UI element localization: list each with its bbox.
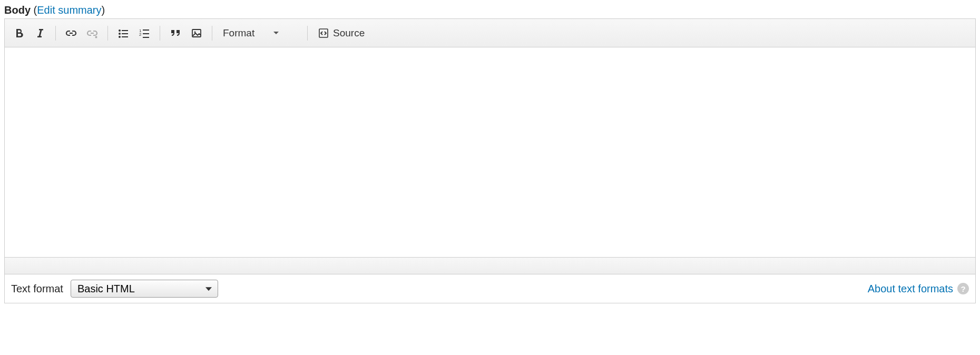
chevron-down-icon xyxy=(273,32,279,34)
image-button[interactable] xyxy=(187,23,207,43)
help-icon[interactable]: ? xyxy=(957,283,969,294)
unlink-icon xyxy=(86,27,98,39)
text-format-right: About text formats ? xyxy=(868,283,969,295)
body-label-text: Body xyxy=(4,4,31,16)
toolbar-separator xyxy=(307,26,308,41)
toolbar-separator xyxy=(55,26,56,41)
unlink-button[interactable] xyxy=(82,23,102,43)
svg-rect-8 xyxy=(143,29,149,31)
toolbar-separator xyxy=(107,26,108,41)
text-format-left: Text format Basic HTML xyxy=(11,280,218,298)
toolbar-separator xyxy=(212,26,212,41)
paren-close: ) xyxy=(101,4,105,16)
svg-point-2 xyxy=(119,36,121,38)
blockquote-icon xyxy=(170,28,181,38)
bullet-list-icon xyxy=(118,28,129,38)
svg-text:2: 2 xyxy=(139,32,142,37)
svg-rect-9 xyxy=(143,33,149,34)
svg-rect-10 xyxy=(143,37,149,38)
format-dropdown[interactable]: Format xyxy=(218,23,302,43)
editor-status-bar xyxy=(5,257,975,274)
svg-point-12 xyxy=(194,31,196,33)
editor-toolbar: 12 Format Source xyxy=(5,19,975,47)
editor-wrapper: 12 Format Source Text format Basic HTML xyxy=(4,18,976,303)
body-field-label: Body (Edit summary) xyxy=(4,4,976,16)
text-format-label: Text format xyxy=(11,283,63,295)
blockquote-button[interactable] xyxy=(165,23,185,43)
bold-button[interactable] xyxy=(9,23,29,43)
svg-rect-4 xyxy=(122,33,128,34)
svg-rect-11 xyxy=(192,29,201,37)
text-format-select[interactable]: Basic HTML xyxy=(71,280,218,298)
source-button[interactable]: Source xyxy=(313,23,370,43)
bullet-list-button[interactable] xyxy=(113,23,133,43)
numbered-list-icon: 12 xyxy=(139,28,150,38)
svg-rect-3 xyxy=(122,30,128,31)
numbered-list-button[interactable]: 12 xyxy=(134,23,154,43)
text-format-select-wrap: Basic HTML xyxy=(71,280,218,298)
svg-point-1 xyxy=(119,33,121,35)
italic-button[interactable] xyxy=(30,23,50,43)
italic-icon xyxy=(35,28,45,38)
edit-summary-link[interactable]: Edit summary xyxy=(37,4,101,16)
image-icon xyxy=(191,28,202,38)
source-button-label: Source xyxy=(333,27,365,39)
link-button[interactable] xyxy=(61,23,81,43)
bold-icon xyxy=(14,28,24,38)
link-icon xyxy=(65,27,77,39)
text-format-row: Text format Basic HTML About text format… xyxy=(5,274,975,303)
svg-point-0 xyxy=(119,29,121,32)
toolbar-separator xyxy=(160,26,160,41)
source-icon xyxy=(318,28,329,38)
body-textarea[interactable] xyxy=(5,47,975,257)
about-text-formats-link[interactable]: About text formats xyxy=(868,283,953,295)
svg-rect-5 xyxy=(122,36,128,37)
format-dropdown-label: Format xyxy=(223,27,254,39)
